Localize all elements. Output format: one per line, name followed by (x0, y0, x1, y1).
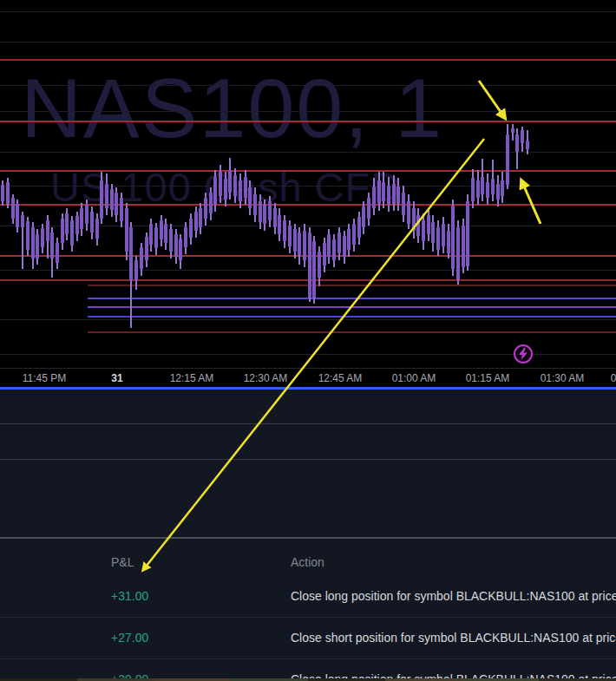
candle-body (219, 172, 222, 196)
chart-canvas[interactable]: NAS100, 1 US 100 Cash CFD (0, 0, 616, 368)
candle-body (476, 180, 480, 198)
candle-body (26, 221, 29, 250)
candle-body (486, 182, 489, 198)
candle-body (431, 222, 435, 243)
candle-body (343, 236, 346, 257)
candle-body (273, 208, 277, 227)
price-line[interactable] (0, 204, 616, 206)
candle-body (332, 239, 336, 260)
candle-body (471, 178, 475, 201)
candle-body (337, 232, 341, 253)
lightning-icon (518, 348, 528, 360)
candle-body (41, 228, 44, 247)
candle-body (357, 217, 361, 238)
pane-separator[interactable] (0, 387, 616, 390)
grid-line (0, 319, 616, 320)
candle-body (466, 201, 469, 266)
candle-body (308, 232, 311, 298)
strategy-tester-panel: P&L Action +31.00 Close long position fo… (0, 390, 616, 681)
candle-body (263, 205, 266, 224)
lightning-mode-button[interactable] (514, 344, 533, 363)
candle-body (427, 215, 430, 234)
time-axis-label: 0 (611, 372, 616, 384)
price-line[interactable] (88, 316, 616, 318)
grid-line (0, 152, 616, 153)
column-header-pnl[interactable]: P&L (111, 555, 134, 569)
grid-line (0, 111, 616, 112)
time-axis-label: 12:15 AM (170, 372, 214, 384)
candle-body (402, 193, 405, 215)
time-axis-label: 01:30 AM (541, 372, 585, 384)
panel-divider (0, 423, 616, 424)
candle-body (134, 260, 138, 280)
candle-body (105, 184, 108, 208)
candle-body (422, 220, 425, 241)
candle-body (95, 219, 99, 239)
candle-body (278, 215, 281, 234)
price-line[interactable] (0, 170, 616, 172)
grid-line (0, 85, 616, 86)
candle-body (75, 216, 79, 234)
candle-body (120, 198, 123, 221)
candle-body (154, 227, 158, 248)
price-line[interactable] (0, 121, 616, 122)
grid-line (0, 186, 616, 187)
candle-body (61, 219, 64, 243)
candle-body (396, 187, 400, 204)
candle-body (46, 220, 49, 241)
time-axis[interactable]: 11:45 PM3112:15 AM12:30 AM12:45 AM01:00 … (0, 368, 616, 388)
price-line[interactable] (0, 59, 616, 61)
candle-body (224, 179, 227, 200)
candle-body (407, 201, 410, 224)
candle-body (65, 213, 69, 234)
candle-body (451, 206, 455, 269)
candle-body (56, 243, 59, 263)
candle-body (521, 130, 524, 143)
candle-body (36, 234, 39, 259)
candle-body (392, 184, 396, 204)
grid-line (0, 42, 616, 43)
candle-body (80, 208, 83, 229)
candle-body (125, 208, 128, 252)
price-line[interactable] (88, 285, 616, 286)
candle-body (298, 232, 301, 255)
candle-body (367, 198, 370, 219)
candle-body (268, 201, 272, 220)
candle-body (85, 205, 88, 224)
candle-body (318, 252, 321, 278)
candle-body (184, 227, 187, 247)
candle-body (323, 243, 326, 265)
pnl-value: +31.00 (111, 589, 148, 603)
candle-body (248, 187, 252, 208)
candle-body (436, 227, 440, 250)
candle-body (462, 226, 465, 267)
candle-body (501, 180, 504, 196)
table-row[interactable]: +31.00 Close long position for symbol BL… (0, 575, 616, 617)
tradingview-window: NAS100, 1 US 100 Cash CFD 11:45 PM3112:1… (0, 0, 616, 681)
symbol-watermark: NAS100, 1 (21, 66, 443, 150)
candle-body (283, 220, 286, 241)
candle-body (382, 182, 385, 201)
candle-body (511, 128, 514, 133)
price-line[interactable] (88, 306, 616, 308)
candle-body (416, 215, 420, 236)
table-top-divider (0, 537, 616, 539)
price-line[interactable] (88, 298, 616, 299)
table-row[interactable]: +27.00 Close short position for symbol B… (0, 617, 616, 658)
candle-body (352, 224, 356, 245)
price-line[interactable] (88, 331, 616, 333)
candle-body (100, 180, 103, 219)
time-axis-label: 12:45 AM (318, 372, 363, 384)
candle-body (16, 204, 19, 227)
candle-body (189, 219, 193, 238)
candle-body (31, 227, 35, 259)
column-header-action[interactable]: Action (291, 555, 324, 569)
candle-body (288, 226, 292, 246)
candle-body (204, 198, 207, 219)
candle-body (174, 234, 178, 257)
candle-body (228, 170, 232, 193)
candle-body (6, 182, 10, 204)
action-text: Close long position for symbol BLACKBULL… (291, 589, 616, 603)
candle-body (442, 224, 445, 246)
candle-body (412, 208, 416, 231)
